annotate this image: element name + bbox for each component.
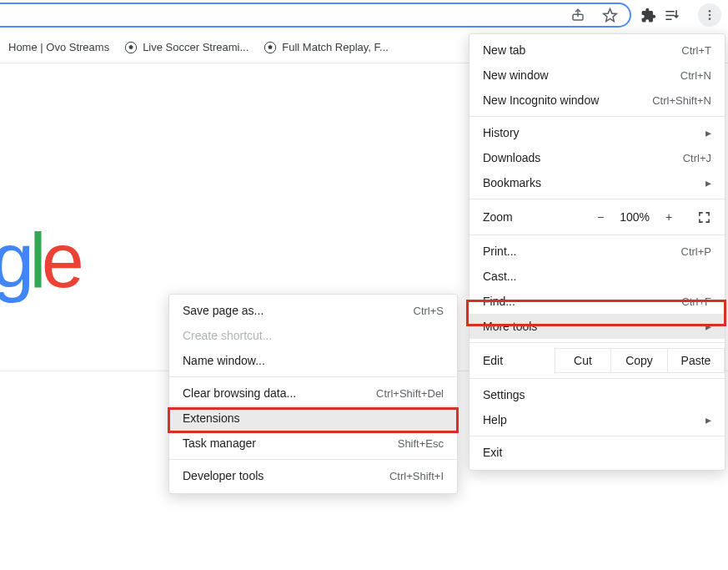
submenu-item-name-window[interactable]: Name window... — [169, 348, 457, 373]
menu-item-zoom: Zoom − 100% + — [469, 203, 725, 231]
chevron-right-icon: ▸ — [705, 176, 711, 189]
svg-marker-1 — [603, 8, 616, 21]
svg-point-4 — [709, 18, 711, 20]
bookmark-item[interactable]: Live Soccer Streami... — [124, 41, 249, 54]
soccer-icon — [124, 41, 138, 54]
zoom-in-button[interactable]: + — [656, 206, 681, 228]
menu-separator — [469, 378, 725, 379]
star-icon[interactable] — [598, 3, 621, 27]
menu-separator — [469, 436, 725, 436]
chrome-main-menu: New tab Ctrl+T New window Ctrl+N New Inc… — [469, 33, 725, 471]
address-bar[interactable] — [0, 3, 631, 28]
paste-button[interactable]: Paste — [668, 348, 725, 373]
menu-item-exit[interactable]: Exit — [469, 440, 725, 465]
zoom-out-button[interactable]: − — [588, 206, 613, 228]
menu-separator — [469, 235, 725, 235]
menu-item-new-window[interactable]: New window Ctrl+N — [469, 63, 725, 88]
menu-item-cast[interactable]: Cast... — [469, 264, 725, 289]
submenu-item-developer-tools[interactable]: Developer tools Ctrl+Shift+I — [169, 463, 457, 488]
chevron-right-icon: ▸ — [705, 126, 711, 139]
copy-button[interactable]: Copy — [611, 348, 668, 373]
menu-separator — [469, 342, 725, 343]
menu-item-bookmarks[interactable]: Bookmarks ▸ — [469, 170, 725, 195]
submenu-item-extensions[interactable]: Extensions — [169, 406, 457, 431]
menu-separator — [169, 459, 457, 460]
menu-item-settings[interactable]: Settings — [469, 382, 725, 407]
menu-item-new-tab[interactable]: New tab Ctrl+T — [469, 38, 725, 63]
extensions-puzzle-icon[interactable] — [636, 3, 660, 27]
menu-item-print[interactable]: Print... Ctrl+P — [469, 239, 725, 264]
more-tools-submenu: Save page as... Ctrl+S Create shortcut..… — [168, 294, 458, 494]
bookmark-label: Full Match Replay, F... — [282, 41, 389, 53]
svg-marker-6 — [128, 44, 133, 48]
chevron-right-icon: ▸ — [705, 413, 711, 426]
chrome-menu-button[interactable] — [698, 3, 721, 27]
reading-list-icon[interactable] — [660, 3, 683, 27]
zoom-value: 100% — [615, 210, 655, 224]
menu-item-downloads[interactable]: Downloads Ctrl+J — [469, 145, 725, 170]
menu-item-edit: Edit Cut Copy Paste — [469, 346, 725, 375]
bookmark-item[interactable]: Home | Ovo Streams — [8, 41, 109, 53]
submenu-item-clear-browsing-data[interactable]: Clear browsing data... Ctrl+Shift+Del — [169, 381, 457, 406]
share-icon[interactable] — [566, 3, 590, 27]
menu-item-new-incognito[interactable]: New Incognito window Ctrl+Shift+N — [469, 88, 725, 113]
submenu-item-task-manager[interactable]: Task manager Shift+Esc — [169, 431, 457, 456]
cut-button[interactable]: Cut — [555, 348, 611, 373]
bookmark-label: Live Soccer Streami... — [143, 41, 249, 53]
menu-separator — [469, 116, 725, 117]
chevron-right-icon: ▸ — [705, 320, 711, 333]
menu-item-find[interactable]: Find... Ctrl+F — [469, 289, 725, 314]
submenu-item-create-shortcut: Create shortcut... — [169, 323, 457, 348]
bookmark-item[interactable]: Full Match Replay, F... — [264, 41, 389, 54]
menu-separator — [469, 199, 725, 199]
menu-item-more-tools[interactable]: More tools ▸ — [469, 314, 725, 339]
menu-separator — [169, 376, 457, 377]
svg-point-3 — [709, 14, 711, 17]
fullscreen-button[interactable] — [691, 206, 716, 228]
soccer-icon — [264, 41, 277, 54]
svg-point-2 — [709, 10, 711, 13]
svg-marker-8 — [269, 44, 273, 48]
submenu-item-save-page[interactable]: Save page as... Ctrl+S — [169, 298, 457, 323]
menu-item-history[interactable]: History ▸ — [469, 120, 725, 145]
google-logo-fragment: gle — [0, 217, 79, 305]
bookmark-label: Home | Ovo Streams — [8, 41, 109, 53]
menu-item-help[interactable]: Help ▸ — [469, 407, 725, 432]
